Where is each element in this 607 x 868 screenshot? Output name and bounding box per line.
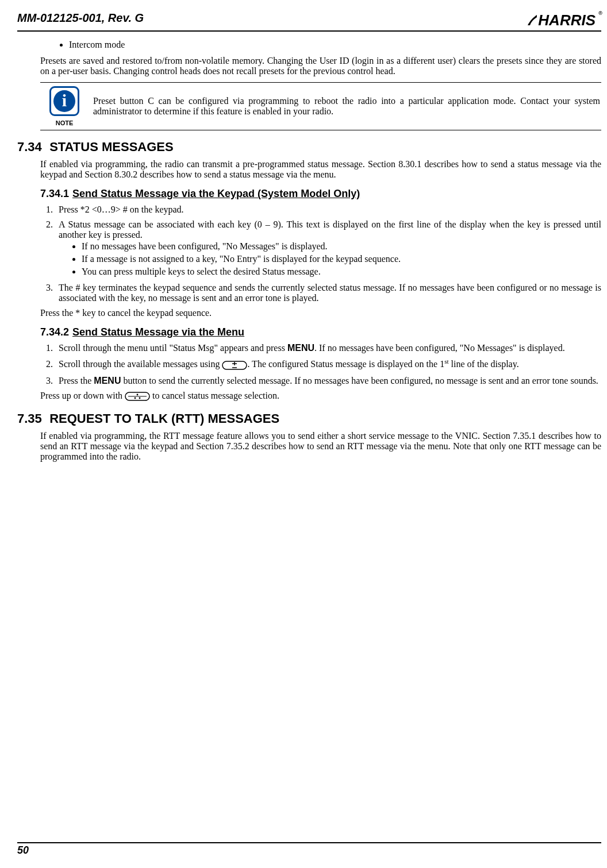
ordered-steps: Scroll through the menu until "Status Ms… [40,343,601,386]
section-number: 7.35 [17,411,46,426]
svg-point-7 [135,398,136,399]
section-number: 7.34 [17,140,46,155]
logo-swoosh-icon [527,13,538,28]
menu-keyword: MENU [287,343,314,353]
note-text: Preset button C can be configured via pr… [87,96,600,117]
subsection-heading-7341: 7.34.1Send Status Message via the Keypad… [40,188,601,200]
subsection-number: 7.34.1 [40,188,72,200]
section-title: REQUEST TO TALK (RTT) MESSAGES [49,411,279,426]
document-id: MM-012125-001, Rev. G [17,11,144,25]
paragraph: If enabled via programming, the RTT mess… [40,431,601,462]
paragraph: If enabled via programming, the radio ca… [40,159,601,180]
page-header: MM-012125-001, Rev. G HARRIS® [17,11,601,32]
paragraph: Presets are saved and restored to/from n… [40,56,601,76]
step-item: The # key terminates the keypad sequence… [55,283,601,303]
page-footer: 50 [17,842,601,857]
bullet-list: Intercom mode [40,40,601,50]
list-item: You can press multiple keys to select th… [82,267,601,277]
list-item: If a message is not assigned to a key, "… [82,254,601,264]
info-icon: i [49,86,79,116]
subsection-title: Send Status Message via the Menu [72,326,244,338]
svg-point-6 [137,394,139,396]
paragraph: Press the * key to cancel the keypad seq… [40,308,601,318]
list-item: Intercom mode [69,40,601,50]
menu-keyword: MENU [94,376,121,385]
ordered-steps: Press *2 <0…9> # on the keypad. A Status… [40,205,601,303]
subsection-number: 7.34.2 [40,326,72,338]
section-heading-735: 7.35 REQUEST TO TALK (RTT) MESSAGES [17,411,601,426]
section-heading-734: 7.34 STATUS MESSAGES [17,140,601,155]
step-item: A Status message can be associated with … [55,219,601,277]
step-item: Press the MENU button to send the curren… [55,376,601,386]
bullet-list: If no messages have been configured, "No… [59,241,601,277]
step-item: Scroll through the available messages us… [55,358,601,371]
subsection-title: Send Status Message via the Keypad (Syst… [72,188,360,199]
rocker-plus-minus-icon [222,360,247,371]
paragraph: Press up or down with to cancel status m… [40,391,601,402]
section-title: STATUS MESSAGES [49,140,174,154]
brand-logo: HARRIS® [527,11,601,29]
note-callout: i NOTE Preset button C can be configured… [40,82,601,130]
subsection-heading-7342: 7.34.2Send Status Message via the Menu [40,326,601,338]
rocker-dots-icon [125,391,150,402]
step-item: Press *2 <0…9> # on the keypad. [55,205,601,215]
step-item: Scroll through the menu until "Status Ms… [55,343,601,353]
page-number: 50 [17,844,29,856]
svg-point-8 [139,398,141,399]
list-item: If no messages have been configured, "No… [82,241,601,252]
note-label: NOTE [41,119,87,126]
